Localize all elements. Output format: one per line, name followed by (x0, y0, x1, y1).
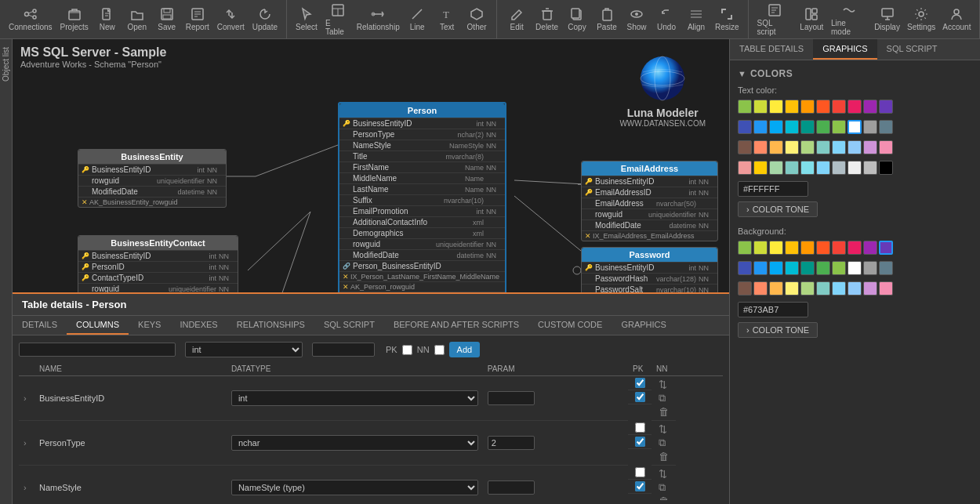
col-nn-checkbox[interactable] (635, 481, 645, 491)
line-button[interactable]: Line (402, 5, 432, 34)
col-datatype-cell[interactable]: nchar intncharvarcharnvarchar datetimeun… (227, 421, 483, 466)
new-column-datatype-select[interactable]: int nchar varchar nvarchar datetime uniq… (185, 342, 303, 357)
edit-button[interactable]: Edit (502, 5, 532, 34)
col-delete-button[interactable]: 🗑 (656, 405, 671, 419)
tab-graphics[interactable]: GRAPHICS (612, 316, 675, 335)
bg-swatch-25[interactable] (816, 281, 830, 296)
col-param-cell[interactable] (483, 421, 628, 466)
swatch-2[interactable] (753, 100, 768, 114)
bg-swatch-26[interactable] (832, 281, 846, 296)
col-copy-button[interactable]: ⧉ (656, 391, 668, 405)
projects-button[interactable]: Projects (56, 5, 93, 34)
col-datatype-select[interactable]: int intncharvarcharnvarchar datetimeuniq… (231, 390, 478, 406)
swatch-34[interactable] (800, 161, 815, 175)
col-param-cell[interactable] (483, 376, 628, 421)
bg-swatch-8[interactable] (848, 241, 862, 255)
report-button[interactable]: Report (182, 5, 213, 34)
swatch-17[interactable] (832, 120, 846, 134)
bg-swatch-12[interactable] (753, 261, 768, 275)
col-pk-checkbox[interactable] (635, 422, 645, 433)
swatch-33[interactable] (785, 161, 799, 175)
new-column-param-input[interactable] (312, 343, 375, 357)
other-button[interactable]: Other (462, 5, 492, 34)
bg-color-tone-button[interactable]: › COLOR TONE (738, 322, 818, 338)
expand-btn[interactable]: › (24, 438, 27, 448)
swatch-38[interactable] (863, 161, 877, 175)
text-color-hex-input[interactable] (738, 181, 808, 197)
swatch-3[interactable] (769, 100, 783, 114)
connections-button[interactable]: Connections (5, 5, 56, 34)
bg-swatch-2[interactable] (753, 241, 768, 255)
bg-swatch-10[interactable] (879, 241, 893, 255)
bg-swatch-22[interactable] (769, 281, 783, 296)
save-button[interactable]: Save (152, 5, 182, 34)
col-move-up-button[interactable]: ⇅ (656, 467, 670, 480)
add-column-button[interactable]: Add (449, 342, 481, 357)
email-address-table[interactable]: EmailAddress 🔑BusinessEntityIDintNN 🔑Ema… (581, 161, 718, 241)
swatch-32[interactable] (769, 161, 783, 175)
colors-section-header[interactable]: ▼ COLORS (738, 68, 972, 79)
swatch-31[interactable] (753, 161, 768, 175)
col-pk-checkbox[interactable] (635, 378, 645, 388)
swatch-24[interactable] (800, 140, 815, 154)
swatch-36[interactable] (832, 161, 846, 175)
tab-before-after[interactable]: BEFORE AND AFTER SCRIPTS (384, 316, 528, 335)
swatch-25[interactable] (816, 140, 830, 154)
col-copy-button[interactable]: ⧉ (656, 480, 668, 495)
col-datatype-cell[interactable]: int intncharvarcharnvarchar datetimeuniq… (227, 376, 483, 421)
update-button[interactable]: Update (249, 5, 281, 34)
col-pk-cell[interactable] (628, 421, 652, 435)
bg-swatch-7[interactable] (832, 241, 846, 255)
line-mode-button[interactable]: Line mode (827, 1, 871, 38)
sql-script-button[interactable]: SQL script (753, 1, 797, 38)
swatch-30[interactable] (738, 161, 752, 175)
swatch-14[interactable] (785, 120, 799, 134)
bg-swatch-5[interactable] (800, 241, 815, 255)
col-param-cell[interactable] (483, 466, 628, 501)
text-button[interactable]: T Text (432, 5, 462, 34)
bg-swatch-27[interactable] (848, 281, 862, 296)
bg-swatch-24[interactable] (800, 281, 815, 296)
bg-swatch-28[interactable] (863, 281, 877, 296)
col-pk-cell[interactable] (628, 376, 652, 390)
col-move-up-button[interactable]: ⇅ (656, 378, 670, 391)
open-button[interactable]: Open (122, 5, 152, 34)
swatch-20[interactable] (738, 140, 752, 154)
delete-button[interactable]: Delete (532, 5, 562, 34)
copy-button[interactable]: Copy (562, 5, 592, 34)
col-nn-cell[interactable] (628, 435, 652, 449)
swatch-6[interactable] (816, 100, 830, 114)
bg-swatch-17[interactable] (832, 261, 846, 275)
swatch-39[interactable] (879, 161, 893, 175)
col-nn-cell[interactable] (628, 390, 652, 404)
swatch-37[interactable] (848, 161, 862, 175)
new-button[interactable]: New (93, 5, 122, 34)
bg-swatch-20[interactable] (738, 281, 752, 296)
swatch-35[interactable] (816, 161, 830, 175)
bg-swatch-4[interactable] (785, 241, 799, 255)
col-nn-checkbox[interactable] (635, 437, 645, 447)
bg-swatch-11[interactable] (738, 261, 752, 275)
new-pk-checkbox[interactable] (402, 345, 412, 355)
bg-swatch-14[interactable] (785, 261, 799, 275)
new-nn-checkbox[interactable] (434, 345, 445, 355)
swatch-15[interactable] (800, 120, 815, 134)
expand-btn[interactable]: › (24, 393, 27, 403)
swatch-16[interactable] (816, 120, 830, 134)
undo-button[interactable]: Undo (652, 5, 681, 34)
bg-swatch-15[interactable] (800, 261, 815, 275)
swatch-1[interactable] (738, 100, 752, 114)
col-copy-button[interactable]: ⧉ (656, 436, 668, 450)
tab-keys[interactable]: KEYS (129, 316, 170, 335)
col-move-up-button[interactable]: ⇅ (656, 422, 670, 436)
object-list-label[interactable]: Object list (0, 42, 12, 86)
convert-button[interactable]: Convert (213, 5, 249, 34)
col-param-input[interactable] (488, 480, 535, 495)
col-pk-checkbox[interactable] (635, 467, 645, 477)
swatch-4[interactable] (785, 100, 799, 114)
swatch-13[interactable] (769, 120, 783, 134)
col-param-input[interactable] (488, 391, 535, 405)
account-button[interactable]: Account (939, 5, 975, 34)
tab-indexes[interactable]: INDEXES (170, 316, 227, 335)
swatch-22[interactable] (769, 140, 783, 154)
